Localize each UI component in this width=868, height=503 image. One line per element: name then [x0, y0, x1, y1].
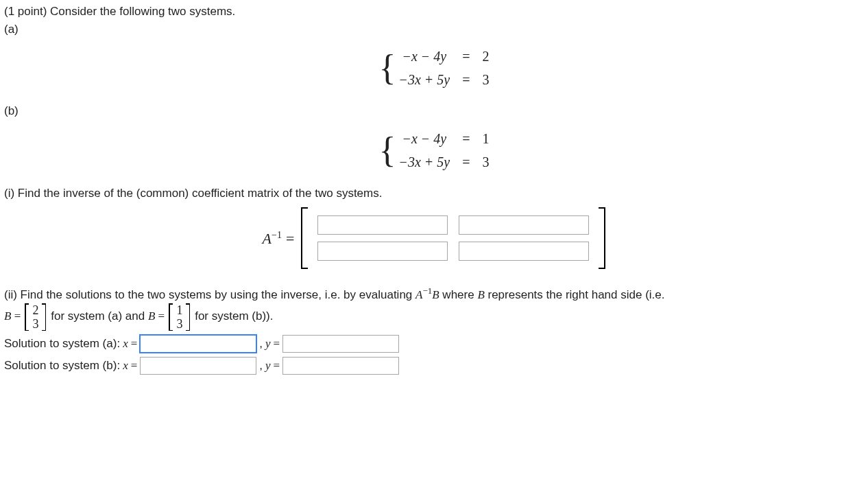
part-ii-mid2: represents the right hand side (i.e.	[485, 288, 665, 301]
vector-B-a: 23	[25, 303, 46, 331]
sys-a-r1-rhs: 2	[483, 46, 490, 67]
part-ii-mid1: where	[439, 288, 478, 301]
sys-b-r2-rhs: 3	[483, 152, 490, 172]
sys-b-r1-lhs: −x − 4y	[398, 128, 450, 149]
left-bracket-icon	[301, 207, 311, 269]
x-eq-a: x	[123, 335, 128, 353]
sol-b-x-input[interactable]	[140, 357, 256, 375]
sys-a-r2-lhs: −3x + 5y	[398, 69, 450, 90]
a-inverse-label: A−1=	[263, 227, 295, 250]
sys-b-r2-lhs: −3x + 5y	[398, 152, 450, 172]
sys-a-r1-lhs: −x − 4y	[398, 46, 450, 67]
part-ii-lead: (ii) Find the solutions to the two syste…	[4, 288, 415, 301]
sys-a-r2-eq: =	[462, 69, 470, 90]
points-line: (1 point) Consider the following two sys…	[4, 3, 864, 21]
sol-a-label: Solution to system (a):	[4, 335, 120, 353]
vector-B-b: 13	[169, 303, 190, 331]
comma-b: ,	[259, 357, 263, 375]
sys-a-r2-rhs: 3	[483, 69, 490, 90]
part-i-text: (i) Find the inverse of the (common) coe…	[4, 185, 864, 202]
y-eq-a: y	[265, 335, 271, 353]
sys-b-r1-eq: =	[462, 128, 470, 149]
left-brace-icon: {	[379, 50, 396, 86]
part-ii-text: (ii) Find the solutions to the two syste…	[4, 284, 864, 331]
solution-b-line: Solution to system (b): x = , y =	[4, 357, 864, 375]
part-a-label: (a)	[4, 21, 864, 38]
a-inv-22-input[interactable]	[459, 242, 589, 261]
sol-a-y-input[interactable]	[282, 335, 399, 353]
solution-a-line: Solution to system (a): x = , y =	[4, 335, 864, 353]
left-brace-icon: {	[379, 132, 396, 168]
a-inv-12-input[interactable]	[459, 215, 589, 235]
x-eq-b: x	[123, 357, 128, 375]
comma-a: ,	[259, 335, 263, 353]
sys-b-r1-rhs: 1	[483, 128, 490, 149]
sol-b-label: Solution to system (b):	[4, 357, 120, 375]
system-b: { −x − 4y = 1 −3x + 5y = 3	[4, 128, 864, 172]
sys-b-r2-eq: =	[462, 152, 470, 172]
a-inv-21-input[interactable]	[317, 242, 448, 261]
sol-b-y-input[interactable]	[282, 357, 399, 375]
part-ii-txt-a: for system (a) and	[51, 310, 148, 323]
part-b-label: (b)	[4, 102, 864, 120]
system-a: { −x − 4y = 2 −3x + 5y = 3	[4, 46, 864, 90]
part-ii-txt-b: for system (b)).	[195, 310, 273, 323]
right-bracket-icon	[596, 207, 605, 269]
a-inv-11-input[interactable]	[317, 215, 448, 235]
matrix-bracket	[301, 207, 605, 269]
inverse-matrix-row: A−1=	[4, 207, 864, 269]
sys-a-r1-eq: =	[462, 46, 470, 67]
sol-a-x-input[interactable]	[140, 335, 256, 353]
y-eq-b: y	[265, 357, 271, 375]
